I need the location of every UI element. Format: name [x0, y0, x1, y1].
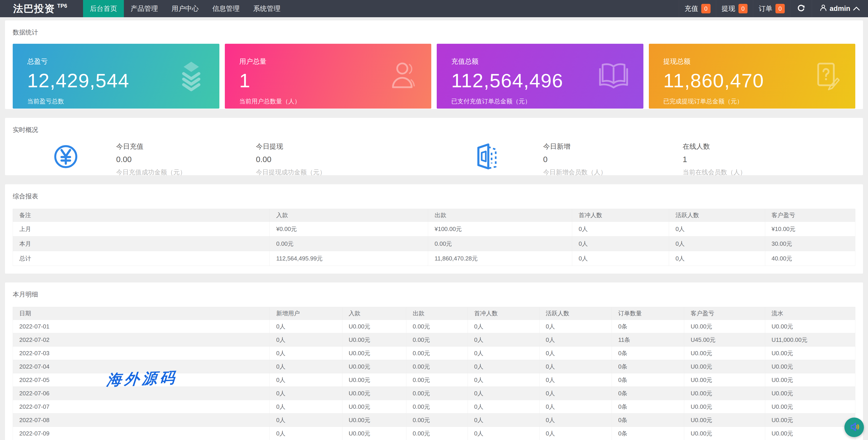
card-total-profit: 总盈亏 12,429,544 当前盈亏总数 [13, 44, 219, 109]
table-cell: 0.00元 [406, 387, 468, 400]
column-header: 入款 [270, 209, 428, 222]
realtime-item-today-recharge: 今日充值 0.00 今日充值成功金额（元） [116, 142, 186, 177]
table-cell: 0.00元 [406, 373, 468, 387]
table-cell: U0.00元 [342, 387, 406, 400]
realtime-label: 今日提现 [256, 142, 326, 151]
table-cell: 0.00元 [406, 427, 468, 440]
brand-logo[interactable]: 法巴投资 TP6 [0, 0, 83, 17]
table-cell: U0.00元 [684, 427, 765, 440]
table-cell: 0人 [539, 360, 612, 373]
quick-recharge[interactable]: 充值 0 [679, 0, 716, 17]
table-cell: 上月 [13, 222, 270, 236]
card-subtitle: 当前用户总数量（人） [239, 97, 432, 105]
menu-item-home[interactable]: 后台首页 [83, 0, 124, 17]
table-cell: 0人 [572, 251, 669, 266]
table-cell: U0.00元 [684, 360, 765, 373]
menu-item-products[interactable]: 产品管理 [124, 0, 165, 17]
summary-panel: 综合报表 备注入款出款首冲人数活跃人数客户盈亏 上月¥0.00元¥100.00元… [5, 184, 863, 274]
column-header: 活跃人数 [539, 307, 612, 320]
table-cell: 0人 [539, 427, 612, 440]
table-row: 2022-07-090人U0.00元0.00元0人0人0条U0.00元U0.00… [13, 427, 855, 440]
doc-question-icon [815, 61, 841, 91]
user-dropdown[interactable]: admin [812, 0, 862, 17]
column-header: 新增用户 [270, 307, 342, 320]
realtime-subtitle: 今日充值成功金额（元） [116, 168, 186, 177]
table-cell: 2022-07-07 [13, 400, 270, 413]
menu-item-info[interactable]: 信息管理 [206, 0, 246, 17]
realtime-item-new-members: 今日新增 0 今日新增会员数（人） [543, 142, 607, 177]
brand-version: TP6 [57, 3, 67, 9]
table-cell: 0人 [539, 347, 612, 360]
card-subtitle: 已完成提现订单总金额（元） [663, 97, 856, 105]
table-cell: U0.00元 [765, 373, 855, 387]
table-cell: U11,000.00元 [765, 333, 855, 347]
quick-orders[interactable]: 订单 0 [753, 0, 790, 17]
detail-table-head: 日期新增用户入款出款首冲人数活跃人数订单数量客户盈亏流水 [13, 307, 855, 320]
sound-fab-button[interactable] [844, 417, 864, 437]
layers-icon [178, 60, 205, 93]
table-cell: 0条 [612, 320, 684, 333]
table-cell: 0人 [539, 373, 612, 387]
table-cell: 0.00元 [406, 360, 468, 373]
menu-item-users[interactable]: 用户中心 [165, 0, 206, 17]
table-cell: 0人 [270, 413, 342, 427]
table-cell: 2022-07-03 [13, 347, 270, 360]
table-cell: U0.00元 [684, 373, 765, 387]
table-cell: U0.00元 [765, 347, 855, 360]
table-cell: U0.00元 [342, 347, 406, 360]
stat-cards: 总盈亏 12,429,544 当前盈亏总数 用户总量 1 当前用户总数量（人） [13, 44, 855, 109]
table-cell: 40.00元 [765, 251, 855, 266]
table-cell: 30.00元 [765, 236, 855, 251]
table-cell: 本月 [13, 236, 270, 251]
main-menu: 后台首页 产品管理 用户中心 信息管理 系统管理 [83, 0, 287, 17]
table-cell: 0条 [612, 347, 684, 360]
table-cell: U0.00元 [342, 360, 406, 373]
table-cell: 0人 [270, 320, 342, 333]
column-header: 流水 [765, 307, 855, 320]
realtime-subtitle: 今日提现成功金额（元） [256, 168, 326, 177]
speaker-icon [848, 421, 860, 434]
table-cell: U0.00元 [684, 413, 765, 427]
menu-item-label: 产品管理 [131, 4, 158, 13]
table-row: 本月0.00元0.00元0人0人30.00元 [13, 236, 855, 251]
table-cell: 0人 [270, 387, 342, 400]
header-row: 备注入款出款首冲人数活跃人数客户盈亏 [13, 209, 855, 222]
menu-item-system[interactable]: 系统管理 [246, 0, 287, 17]
chevron-up-icon [853, 4, 860, 13]
quick-recharge-label: 充值 [684, 4, 698, 13]
table-cell: U0.00元 [342, 373, 406, 387]
column-header: 订单数量 [612, 307, 684, 320]
table-cell: 0人 [539, 400, 612, 413]
table-cell: U0.00元 [342, 427, 406, 440]
table-cell: 0人 [270, 427, 342, 440]
realtime-item-today-withdraw: 今日提现 0.00 今日提现成功金额（元） [256, 142, 326, 177]
table-cell: 0人 [669, 251, 765, 266]
quick-withdraw[interactable]: 提现 0 [716, 0, 753, 17]
book-icon [598, 62, 629, 90]
table-cell: 112,564,495.99元 [270, 251, 428, 266]
menu-item-label: 信息管理 [212, 4, 240, 13]
recharge-count-badge: 0 [701, 4, 710, 13]
table-cell: U0.00元 [684, 400, 765, 413]
table-cell: 0.00元 [406, 400, 468, 413]
table-cell: 0人 [468, 320, 539, 333]
header-row: 日期新增用户入款出款首冲人数活跃人数订单数量客户盈亏流水 [13, 307, 855, 320]
column-header: 日期 [13, 307, 270, 320]
user-icon [820, 4, 827, 13]
table-cell: ¥0.00元 [270, 222, 428, 236]
table-cell: U0.00元 [684, 347, 765, 360]
realtime-label: 今日充值 [116, 142, 186, 151]
table-row: 2022-07-010人U0.00元0.00元0人0人0条U0.00元U0.00… [13, 320, 855, 333]
table-cell: 0人 [270, 360, 342, 373]
top-navbar: 法巴投资 TP6 后台首页 产品管理 用户中心 信息管理 系统管理 充值 0 提… [0, 0, 868, 17]
table-cell: 0人 [539, 333, 612, 347]
column-header: 首冲人数 [572, 209, 669, 222]
quick-orders-label: 订单 [758, 4, 772, 13]
refresh-button[interactable] [790, 0, 812, 17]
table-row: 2022-07-030人U0.00元0.00元0人0人0条U0.00元U0.00… [13, 347, 855, 360]
table-cell: 0人 [270, 333, 342, 347]
realtime-label: 今日新增 [543, 142, 607, 151]
navbar-right: 充值 0 提现 0 订单 0 admin [679, 0, 868, 17]
menu-item-label: 系统管理 [253, 4, 280, 13]
table-cell: 0人 [572, 222, 669, 236]
